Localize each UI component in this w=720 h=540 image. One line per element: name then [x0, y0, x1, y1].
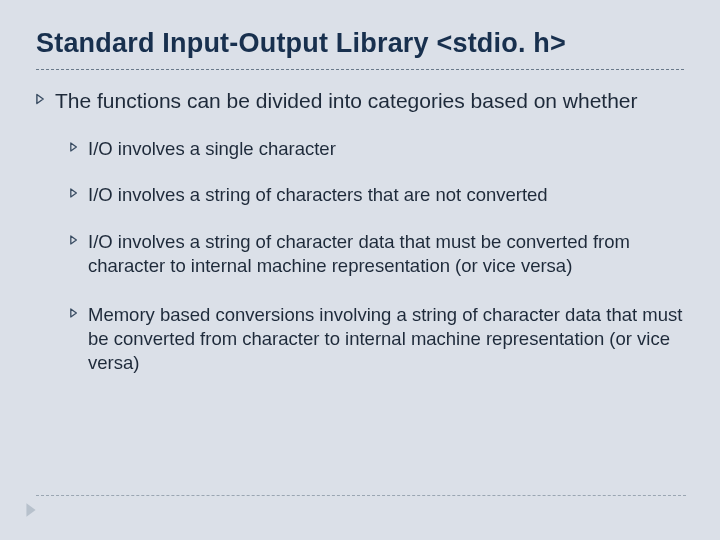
- list-item: Memory based conversions involving a str…: [70, 303, 684, 376]
- list-item-text: Memory based conversions involving a str…: [88, 303, 684, 376]
- list-item: I/O involves a string of characters that…: [70, 183, 684, 207]
- bullet-arrow-icon: [70, 235, 78, 245]
- bullet-arrow-icon: [36, 93, 45, 105]
- intro-text: The functions can be divided into catego…: [55, 88, 638, 115]
- list-item-text: I/O involves a single character: [88, 137, 336, 161]
- list-item: I/O involves a string of character data …: [70, 230, 684, 279]
- list-item-text: I/O involves a string of characters that…: [88, 183, 548, 207]
- page-title: Standard Input-Output Library <stdio. h>: [36, 28, 684, 65]
- bullet-arrow-icon: [70, 142, 78, 152]
- list-item: I/O involves a single character: [70, 137, 684, 161]
- bottom-divider: [36, 495, 686, 496]
- intro-row: The functions can be divided into catego…: [36, 88, 684, 115]
- bullet-arrow-icon: [70, 188, 78, 198]
- bullet-arrow-icon: [70, 308, 78, 318]
- next-slide-arrow-icon: [24, 502, 38, 518]
- title-divider: [36, 69, 684, 70]
- slide: Standard Input-Output Library <stdio. h>…: [0, 0, 720, 540]
- list-item-text: I/O involves a string of character data …: [88, 230, 684, 279]
